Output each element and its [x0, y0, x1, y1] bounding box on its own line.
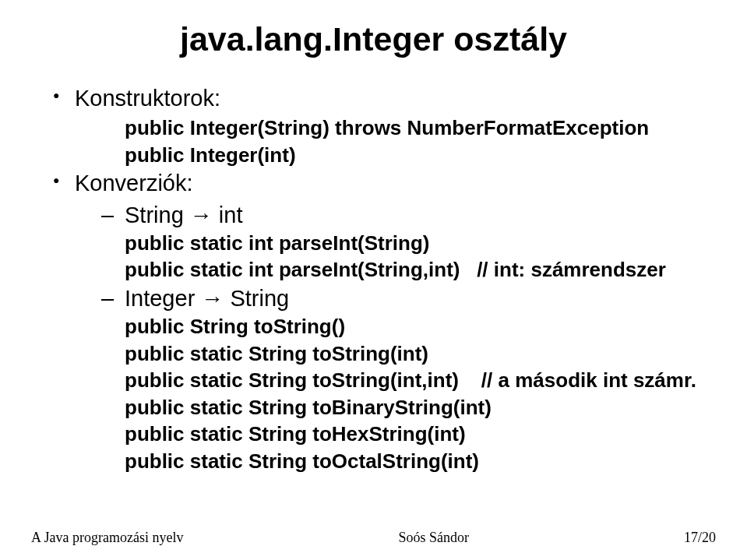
slide-title: java.lang.Integer osztály	[0, 20, 747, 58]
code-tooct: public static String toOctalString(int)	[47, 449, 716, 474]
footer-right: 17/20	[684, 530, 716, 546]
code-tostr1: public String toString()	[47, 314, 716, 340]
code-tohex: public static String toHexString(int)	[47, 421, 716, 447]
bullet-constructors-label: Konstruktorok:	[75, 86, 220, 111]
slide: java.lang.Integer osztály Konstruktorok:…	[0, 0, 747, 560]
footer-center: Soós Sándor	[398, 530, 469, 546]
dash-string-int-label: String → int	[125, 203, 243, 227]
code-parse2: public static int parseInt(String,int) /…	[47, 257, 716, 283]
code-tostr3: public static String toString(int,int) /…	[47, 368, 716, 393]
code-parse1: public static int parseInt(String)	[47, 231, 716, 256]
slide-content: Konstruktorok: public Integer(String) th…	[47, 84, 716, 475]
bullet-constructors: Konstruktorok:	[47, 84, 716, 112]
bullet-conversions: Konverziók:	[47, 169, 716, 197]
code-tostr2: public static String toString(int)	[47, 341, 716, 367]
bullet-conversions-label: Konverziók:	[75, 171, 193, 195]
footer: A Java programozási nyelv Soós Sándor 17…	[0, 530, 747, 546]
code-ctor2: public Integer(int)	[47, 143, 716, 168]
footer-left: A Java programozási nyelv	[31, 530, 183, 546]
code-tobin: public static String toBinaryString(int)	[47, 395, 716, 421]
dash-string-int: String → int	[47, 201, 716, 229]
dash-integer-string: Integer → String	[47, 284, 716, 312]
dash-integer-string-label: Integer → String	[125, 286, 289, 311]
code-ctor1: public Integer(String) throws NumberForm…	[47, 115, 716, 141]
